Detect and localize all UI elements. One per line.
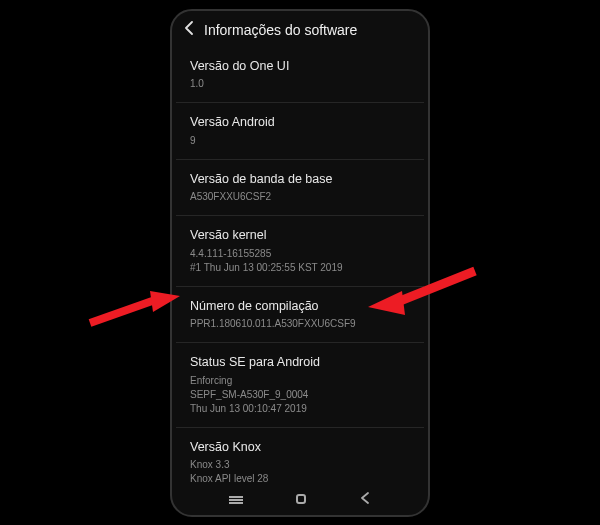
- item-title: Status SE para Android: [190, 354, 410, 372]
- back-icon[interactable]: [184, 21, 194, 39]
- item-title: Versão Android: [190, 114, 410, 132]
- item-baseband-version[interactable]: Versão de banda de base A530FXXU6CSF2: [176, 160, 424, 217]
- item-value: Knox 3.3 Knox API level 28 TIMA 3.3.0: [190, 458, 410, 483]
- item-one-ui-version[interactable]: Versão do One UI 1.0: [176, 47, 424, 104]
- item-value: Enforcing SEPF_SM-A530F_9_0004 Thu Jun 1…: [190, 374, 410, 416]
- item-title: Versão kernel: [190, 227, 410, 245]
- item-title: Versão de banda de base: [190, 171, 410, 189]
- page-title: Informações do software: [204, 22, 357, 38]
- app-header: Informações do software: [172, 11, 428, 47]
- item-knox-version[interactable]: Versão Knox Knox 3.3 Knox API level 28 T…: [176, 428, 424, 483]
- navigation-bar: [172, 483, 428, 515]
- item-title: Versão Knox: [190, 439, 410, 457]
- annotation-arrow-left: [85, 288, 185, 342]
- home-icon[interactable]: [296, 491, 306, 507]
- item-title: Versão do One UI: [190, 58, 410, 76]
- item-value: 1.0: [190, 77, 410, 91]
- svg-marker-0: [150, 291, 180, 312]
- svg-marker-1: [368, 291, 405, 315]
- annotation-arrow-right: [360, 263, 480, 327]
- nav-back-icon[interactable]: [359, 491, 371, 507]
- recent-apps-icon[interactable]: [229, 491, 243, 507]
- item-value: 9: [190, 134, 410, 148]
- item-se-android-status[interactable]: Status SE para Android Enforcing SEPF_SM…: [176, 343, 424, 428]
- item-android-version[interactable]: Versão Android 9: [176, 103, 424, 160]
- item-value: A530FXXU6CSF2: [190, 190, 410, 204]
